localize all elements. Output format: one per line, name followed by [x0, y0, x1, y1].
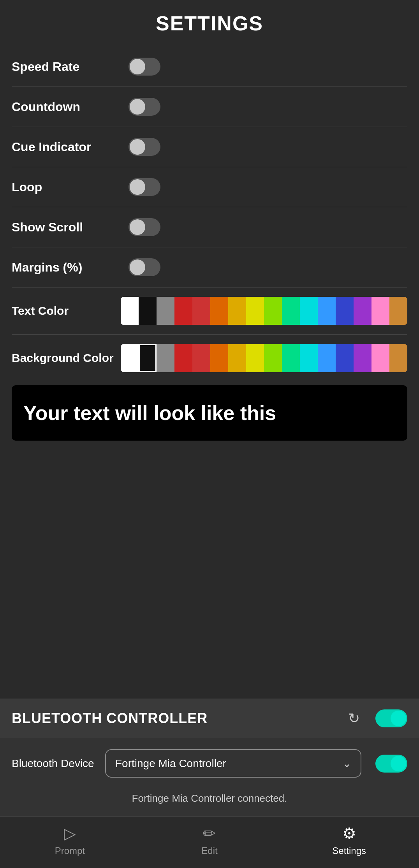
bg-color-swatch-2[interactable] [157, 344, 174, 372]
bg-color-swatch-3[interactable] [174, 344, 192, 372]
settings-icon: ⚙ [342, 824, 356, 842]
margins-label: Margins (%) [12, 260, 121, 275]
text-color-swatch-10[interactable] [300, 297, 318, 325]
text-color-swatches [121, 297, 407, 325]
speed-rate-row: Speed Rate [12, 47, 407, 86]
bluetooth-section: BLUETOOTH CONTROLLER ↻ Bluetooth Device … [0, 699, 419, 816]
show-scroll-toggle[interactable] [129, 218, 160, 236]
bg-color-swatch-8[interactable] [264, 344, 282, 372]
background-color-row: Background Color [12, 335, 407, 381]
page-title: SETTINGS [0, 0, 419, 43]
settings-section: Speed Rate Countdown Cue Indicator Loop … [0, 43, 419, 691]
refresh-icon[interactable]: ↻ [348, 710, 360, 727]
text-color-swatch-3[interactable] [174, 297, 192, 325]
cue-indicator-label: Cue Indicator [12, 140, 121, 154]
connection-status: Fortinge Mia Controller connected. [0, 789, 419, 816]
bluetooth-device-row: Bluetooth Device Fortinge Mia Controller… [0, 738, 419, 789]
text-color-swatch-9[interactable] [282, 297, 300, 325]
chevron-down-icon: ⌄ [342, 757, 351, 770]
countdown-row: Countdown [12, 87, 407, 127]
nav-item-edit[interactable]: ✏ Edit [186, 824, 233, 856]
text-color-swatch-1[interactable] [139, 297, 157, 325]
bg-color-swatch-11[interactable] [318, 344, 336, 372]
loop-toggle[interactable] [129, 178, 160, 196]
bg-color-swatch-5[interactable] [210, 344, 228, 372]
text-color-swatch-15[interactable] [389, 297, 407, 325]
bottom-nav: ▷ Prompt ✏ Edit ⚙ Settings [0, 816, 419, 868]
bluetooth-header: BLUETOOTH CONTROLLER ↻ [0, 699, 419, 738]
bg-color-swatch-12[interactable] [336, 344, 354, 372]
text-color-swatch-12[interactable] [336, 297, 354, 325]
nav-label-settings: Settings [332, 845, 366, 856]
edit-icon: ✏ [203, 824, 216, 842]
text-color-swatch-5[interactable] [210, 297, 228, 325]
bg-color-swatch-7[interactable] [246, 344, 264, 372]
cue-indicator-row: Cue Indicator [12, 127, 407, 167]
bg-color-swatch-14[interactable] [371, 344, 389, 372]
text-color-label: Text Color [12, 304, 121, 318]
speed-rate-toggle[interactable] [129, 58, 160, 76]
text-color-swatch-11[interactable] [318, 297, 336, 325]
selected-device-text: Fortinge Mia Controller [115, 757, 226, 770]
text-color-swatch-2[interactable] [157, 297, 174, 325]
preview-text: Your text will look like this [23, 402, 276, 424]
background-color-swatches [121, 344, 407, 372]
loop-label: Loop [12, 180, 121, 194]
nav-label-prompt: Prompt [55, 845, 85, 856]
bg-color-swatch-6[interactable] [228, 344, 246, 372]
bluetooth-device-label: Bluetooth Device [12, 757, 97, 770]
nav-item-settings[interactable]: ⚙ Settings [326, 824, 373, 856]
background-color-label: Background Color [12, 351, 121, 365]
text-color-swatch-4[interactable] [192, 297, 210, 325]
bg-color-swatch-9[interactable] [282, 344, 300, 372]
countdown-toggle[interactable] [129, 98, 160, 116]
bluetooth-main-toggle[interactable] [375, 709, 407, 727]
speed-rate-label: Speed Rate [12, 60, 121, 74]
bg-color-swatch-13[interactable] [354, 344, 371, 372]
text-color-swatch-7[interactable] [246, 297, 264, 325]
bluetooth-title: BLUETOOTH CONTROLLER [12, 710, 208, 727]
text-color-swatch-8[interactable] [264, 297, 282, 325]
bg-color-swatch-4[interactable] [192, 344, 210, 372]
text-color-row: Text Color [12, 288, 407, 334]
preview-box: Your text will look like this [12, 385, 407, 441]
nav-label-edit: Edit [201, 845, 217, 856]
nav-item-prompt[interactable]: ▷ Prompt [46, 824, 93, 856]
bg-color-swatch-10[interactable] [300, 344, 318, 372]
text-color-swatch-14[interactable] [371, 297, 389, 325]
text-color-swatch-6[interactable] [228, 297, 246, 325]
margins-row: Margins (%) [12, 247, 407, 287]
bg-color-swatch-15[interactable] [389, 344, 407, 372]
bg-color-swatch-1[interactable] [139, 344, 157, 372]
cue-indicator-toggle[interactable] [129, 138, 160, 156]
text-color-swatch-13[interactable] [354, 297, 371, 325]
bluetooth-header-right: ↻ [348, 709, 407, 727]
show-scroll-label: Show Scroll [12, 220, 121, 235]
prompt-icon: ▷ [64, 824, 76, 842]
bluetooth-device-select[interactable]: Fortinge Mia Controller ⌄ [105, 749, 361, 778]
bluetooth-device-toggle[interactable] [375, 755, 407, 773]
margins-toggle[interactable] [129, 258, 160, 276]
text-color-swatch-0[interactable] [121, 297, 139, 325]
bg-color-swatch-0[interactable] [121, 344, 139, 372]
show-scroll-row: Show Scroll [12, 207, 407, 247]
loop-row: Loop [12, 167, 407, 207]
countdown-label: Countdown [12, 100, 121, 114]
